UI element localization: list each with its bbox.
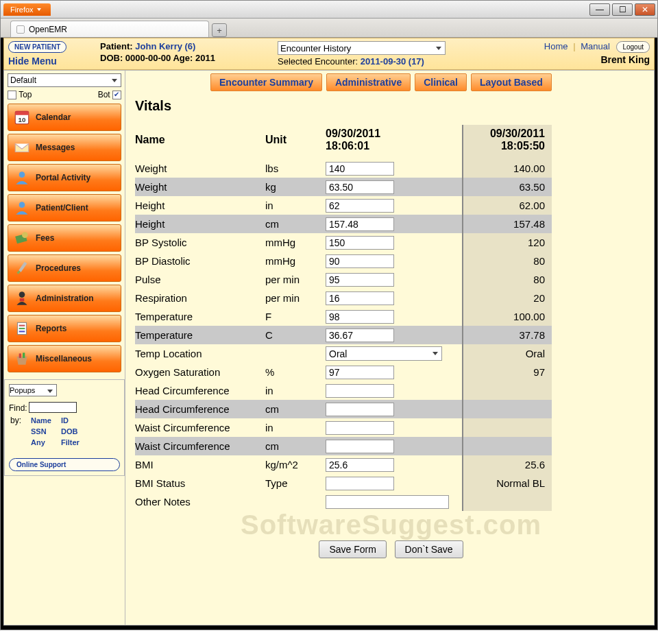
vital-input[interactable] bbox=[326, 273, 394, 287]
nav-icon bbox=[12, 138, 32, 157]
vital-prev bbox=[463, 400, 552, 418]
vital-input[interactable] bbox=[326, 217, 394, 231]
vital-input[interactable] bbox=[326, 236, 394, 250]
maximize-button[interactable]: ☐ bbox=[612, 3, 633, 16]
vital-input[interactable] bbox=[326, 180, 394, 194]
browser-tab[interactable]: OpenEMR bbox=[10, 21, 209, 37]
tab-encounter-summary[interactable]: Encounter Summary bbox=[210, 73, 322, 91]
home-link[interactable]: Home bbox=[544, 41, 568, 51]
tab-layout-based[interactable]: Layout Based bbox=[471, 73, 552, 91]
minimize-button[interactable]: — bbox=[589, 3, 610, 16]
vital-prev: 100.00 bbox=[463, 307, 552, 326]
dont-save-button[interactable]: Don`t Save bbox=[395, 540, 463, 558]
browser-tabbar: OpenEMR + bbox=[1, 19, 657, 38]
nav-icon bbox=[12, 349, 32, 368]
vital-prev: 20 bbox=[463, 289, 552, 307]
nav-item-miscellaneous[interactable]: Miscellaneous bbox=[8, 345, 121, 372]
selected-encounter-link[interactable]: 2011-09-30 (17) bbox=[361, 56, 424, 67]
find-by-filter[interactable]: Filter bbox=[61, 438, 80, 446]
svg-rect-9 bbox=[20, 298, 25, 301]
vital-name: Height bbox=[135, 196, 265, 215]
vital-unit: cm bbox=[265, 437, 326, 455]
find-by-dob[interactable]: DOB bbox=[61, 427, 77, 436]
find-by-id[interactable]: ID bbox=[61, 416, 69, 425]
nav-item-messages[interactable]: Messages bbox=[8, 134, 121, 161]
left-sidebar: Top Bot 10CalendarMessagesPortal Activit… bbox=[3, 70, 125, 625]
vital-input[interactable] bbox=[326, 403, 394, 416]
bot-checkbox[interactable] bbox=[112, 91, 121, 99]
svg-point-4 bbox=[19, 202, 25, 208]
vital-input[interactable] bbox=[326, 310, 394, 324]
app-window: Firefox — ☐ ✕ OpenEMR + NEW PATIENT Hide… bbox=[0, 0, 658, 630]
logout-button[interactable]: Logout bbox=[616, 41, 650, 53]
vital-name: Waist Circumference bbox=[135, 437, 265, 455]
patient-link[interactable]: John Kerry (6) bbox=[135, 41, 195, 51]
nav-icon bbox=[12, 319, 32, 338]
vital-input[interactable] bbox=[326, 254, 394, 268]
vital-prev: 140.00 bbox=[463, 159, 552, 178]
vital-name: Height bbox=[135, 215, 265, 233]
vital-name: BMI bbox=[135, 455, 265, 474]
selected-encounter: Selected Encounter: 2011-09-30 (17) bbox=[278, 56, 541, 67]
vital-input[interactable] bbox=[326, 366, 394, 379]
tab-clinical[interactable]: Clinical bbox=[415, 73, 467, 91]
encounter-history-select[interactable] bbox=[278, 41, 446, 55]
svg-rect-11 bbox=[19, 325, 25, 326]
vital-input[interactable] bbox=[326, 291, 394, 305]
vital-name: Temp Location bbox=[135, 344, 265, 363]
vital-input[interactable] bbox=[326, 477, 394, 490]
nav-item-reports[interactable]: Reports bbox=[8, 315, 121, 342]
nav-label: Fees bbox=[36, 233, 54, 243]
vital-input[interactable] bbox=[326, 162, 394, 176]
svg-rect-12 bbox=[19, 328, 25, 329]
nav-item-calendar[interactable]: 10Calendar bbox=[8, 104, 121, 131]
nav-label: Reports bbox=[36, 324, 66, 333]
vital-unit: cm bbox=[265, 400, 326, 418]
nav-item-fees[interactable]: Fees bbox=[8, 224, 121, 252]
online-support-button[interactable]: Online Support bbox=[9, 458, 120, 471]
vital-select[interactable] bbox=[326, 346, 442, 361]
vital-unit: per min bbox=[265, 289, 326, 307]
vitals-row: Oxygen Saturation%97 bbox=[135, 363, 552, 381]
window-controls: — ☐ ✕ bbox=[589, 3, 657, 16]
vital-input[interactable] bbox=[326, 384, 394, 398]
save-form-button[interactable]: Save Form bbox=[319, 540, 386, 558]
nav-item-portal-activity[interactable]: Portal Activity bbox=[8, 164, 121, 191]
vital-unit: kg bbox=[265, 178, 326, 196]
nav-item-procedures[interactable]: Procedures bbox=[8, 254, 121, 282]
vital-name: Waist Circumference bbox=[135, 418, 265, 437]
firefox-menu-button[interactable]: Firefox bbox=[3, 3, 51, 16]
nav-label: Procedures bbox=[36, 263, 81, 273]
close-button[interactable]: ✕ bbox=[635, 3, 655, 16]
manual-link[interactable]: Manual bbox=[581, 41, 610, 51]
nav-item-patient-client[interactable]: Patient/Client bbox=[8, 194, 121, 222]
tab-administrative[interactable]: Administrative bbox=[326, 73, 411, 91]
vitals-row: Respirationper min20 bbox=[135, 289, 552, 307]
new-tab-button[interactable]: + bbox=[212, 23, 227, 37]
vital-input[interactable] bbox=[326, 458, 394, 472]
nav-icon: 10 bbox=[12, 108, 32, 127]
vitals-row: Waist Circumferencecm bbox=[135, 437, 552, 455]
svg-rect-13 bbox=[19, 331, 25, 333]
nav-item-administration[interactable]: Administration bbox=[8, 285, 121, 312]
find-input[interactable] bbox=[29, 402, 77, 413]
app-topbar: NEW PATIENT Hide Menu Patient: John Kerr… bbox=[3, 38, 655, 70]
find-by-name[interactable]: Name bbox=[31, 416, 51, 425]
popups-select[interactable] bbox=[9, 384, 57, 396]
svg-text:10: 10 bbox=[19, 116, 26, 123]
vital-prev: 25.6 bbox=[463, 455, 552, 474]
vital-input[interactable] bbox=[326, 329, 394, 342]
find-by-any[interactable]: Any bbox=[31, 438, 45, 446]
vital-input[interactable] bbox=[326, 440, 394, 453]
sidebar-profile-select[interactable] bbox=[8, 73, 121, 87]
vital-input[interactable] bbox=[326, 421, 394, 435]
vitals-row: Temp LocationOral bbox=[135, 344, 552, 363]
vital-notes-input[interactable] bbox=[326, 495, 449, 509]
find-by-ssn[interactable]: SSN bbox=[31, 427, 47, 436]
top-checkbox[interactable] bbox=[8, 91, 16, 99]
new-patient-button[interactable]: NEW PATIENT bbox=[8, 41, 66, 53]
hide-menu-link[interactable]: Hide Menu bbox=[8, 56, 97, 67]
vital-input[interactable] bbox=[326, 199, 394, 213]
vital-prev bbox=[463, 418, 552, 437]
svg-rect-14 bbox=[19, 354, 21, 359]
